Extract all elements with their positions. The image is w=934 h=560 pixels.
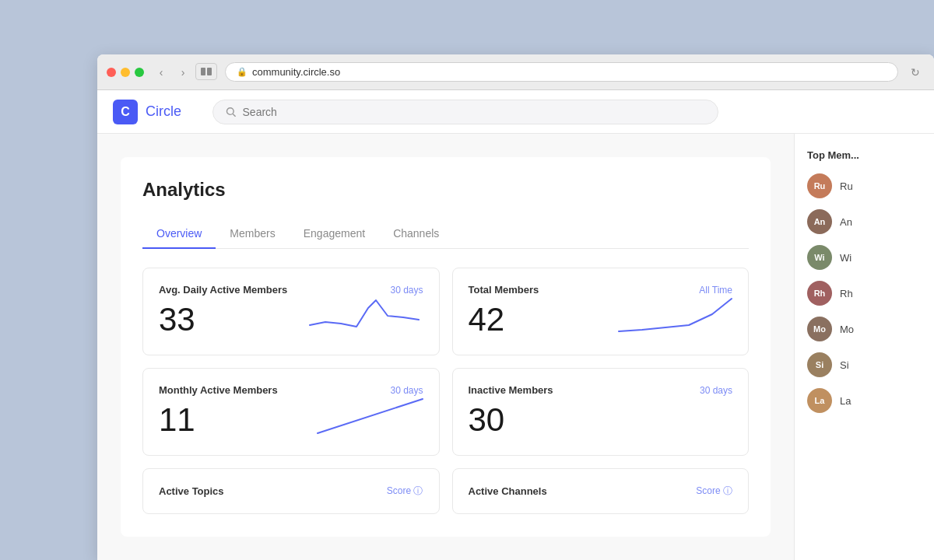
forward-button[interactable]: ›: [174, 63, 192, 82]
tab-view-button[interactable]: [195, 63, 217, 80]
score-card-topics: Active Topics Score ⓘ: [142, 468, 440, 514]
member-item: Mo Mo: [807, 317, 922, 341]
desktop: ‹ › 🔒 community.circle.so ↻ C Circl: [0, 0, 934, 560]
svg-line-3: [233, 114, 235, 116]
member-name: Wi: [840, 252, 851, 264]
bottom-row: Active Topics Score ⓘ Active Channels Sc…: [142, 468, 749, 514]
stat-card-avg-daily: Avg. Daily Active Members 30 days 33: [142, 268, 440, 355]
member-item: Rh Rh: [807, 281, 922, 306]
page-content: Analytics Overview Members Engagement Ch…: [97, 134, 794, 560]
stat-header: Inactive Members 30 days: [469, 384, 733, 396]
avatar: Wi: [807, 245, 832, 270]
avatar: An: [807, 209, 832, 234]
member-item: An An: [807, 209, 922, 234]
svg-rect-0: [201, 68, 205, 75]
traffic-lights: [107, 68, 144, 77]
top-nav: C Circle: [97, 90, 934, 134]
brand-logo: C: [113, 100, 138, 124]
right-sidebar: Top Mem... Ru Ru An An Wi Wi Rh: [794, 134, 934, 560]
member-name: Rh: [840, 288, 853, 299]
url-text: community.circle.so: [252, 66, 340, 78]
stats-grid: Avg. Daily Active Members 30 days 33: [142, 268, 749, 456]
stat-card-total-members: Total Members All Time 42: [452, 268, 750, 355]
stat-label: Active Topics: [159, 485, 224, 497]
stat-period: 30 days: [700, 385, 732, 396]
tab-channels[interactable]: Channels: [379, 219, 453, 249]
main-area: Analytics Overview Members Engagement Ch…: [97, 134, 934, 560]
close-button[interactable]: [107, 68, 116, 77]
sidebar-title: Top Mem...: [807, 149, 922, 161]
score-card-channels: Active Channels Score ⓘ: [452, 468, 750, 514]
analytics-page: Analytics Overview Members Engagement Ch…: [121, 157, 771, 537]
avatar: Rh: [807, 281, 832, 306]
member-item: Si Si: [807, 352, 922, 377]
stat-chart: [611, 292, 736, 342]
stat-label: Total Members: [469, 284, 539, 296]
avatar: Ru: [807, 173, 832, 198]
stat-card-monthly-active: Monthly Active Members 30 days 11: [142, 368, 440, 456]
search-input[interactable]: [243, 106, 705, 118]
stat-label: Avg. Daily Active Members: [159, 284, 287, 296]
minimize-button[interactable]: [121, 68, 130, 77]
nav-buttons: ‹ ›: [152, 63, 217, 82]
avatar: Mo: [807, 317, 832, 341]
tab-overview[interactable]: Overview: [142, 219, 216, 249]
browser-chrome: ‹ › 🔒 community.circle.so ↻: [97, 54, 934, 90]
member-item: Ru Ru: [807, 173, 922, 198]
avatar: La: [807, 388, 832, 413]
score-label: Score ⓘ: [387, 485, 423, 498]
stat-chart: [302, 292, 427, 342]
svg-point-2: [226, 107, 234, 114]
stat-value: 30: [469, 404, 733, 436]
brand: C Circle: [113, 100, 181, 124]
stat-chart: [302, 393, 427, 443]
stat-label: Inactive Members: [469, 384, 553, 396]
brand-name: Circle: [146, 103, 181, 120]
avatar: Si: [807, 352, 832, 377]
score-header: Active Topics Score ⓘ: [159, 485, 423, 498]
address-bar[interactable]: 🔒 community.circle.so: [225, 62, 898, 82]
page-title: Analytics: [142, 179, 749, 201]
member-name: Si: [840, 359, 849, 371]
search-icon: [226, 107, 237, 117]
svg-rect-1: [207, 68, 212, 75]
maximize-button[interactable]: [135, 68, 144, 77]
reload-button[interactable]: ↻: [906, 63, 925, 82]
member-item: Wi Wi: [807, 245, 922, 270]
analytics-tabs: Overview Members Engagement Channels: [142, 219, 749, 249]
stat-label: Monthly Active Members: [159, 384, 278, 396]
score-label: Score ⓘ: [696, 485, 732, 498]
lock-icon: 🔒: [237, 67, 248, 77]
member-name: Mo: [840, 324, 854, 335]
back-button[interactable]: ‹: [152, 63, 170, 82]
tab-engagement[interactable]: Engagement: [290, 219, 379, 249]
search-bar[interactable]: [212, 100, 718, 124]
score-header: Active Channels Score ⓘ: [469, 485, 733, 498]
stat-card-inactive-members: Inactive Members 30 days 30: [452, 368, 750, 456]
brand-letter: C: [121, 105, 130, 119]
member-name: Ru: [840, 180, 853, 192]
member-item: La La: [807, 388, 922, 413]
app-content: C Circle Analytics: [97, 90, 934, 560]
browser-window: ‹ › 🔒 community.circle.so ↻ C Circl: [97, 54, 934, 560]
tab-members[interactable]: Members: [216, 219, 289, 249]
member-name: An: [840, 216, 852, 228]
member-name: La: [840, 395, 851, 407]
stat-label: Active Channels: [469, 485, 547, 497]
